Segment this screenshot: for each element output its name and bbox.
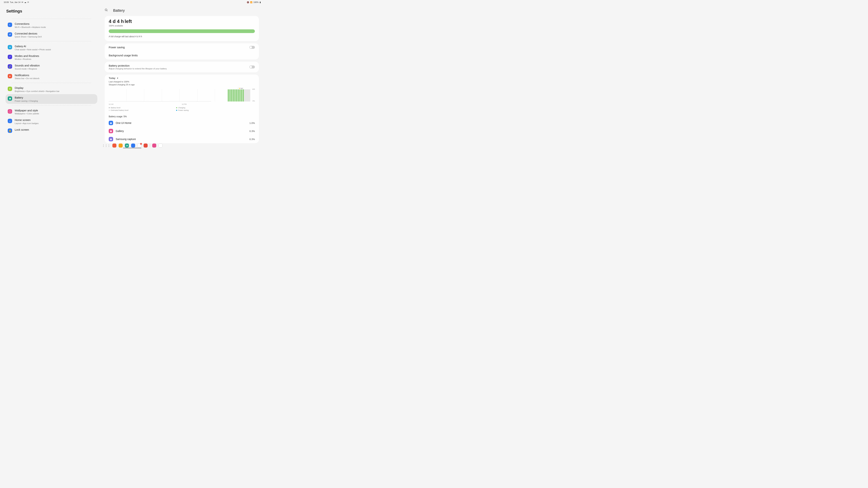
power-saving-label: Power saving: [109, 46, 125, 49]
taskbar-calendar-icon[interactable]: 14: [125, 143, 129, 148]
taskbar-asterisk-icon[interactable]: [152, 143, 156, 148]
status-bar: 10:09 Tue, Jan 14 ✉ ☁ ⟳ 🔇 📶 100% ▮: [0, 0, 265, 4]
status-battery-pct: 100%: [253, 1, 258, 3]
battery-usage-card: Today ▼ Last charged to 100% Stopped cha…: [105, 74, 259, 143]
sidebar-item-lock[interactable]: 🔒 Lock screen: [5, 126, 97, 135]
app-pct: 0.3%: [249, 138, 255, 140]
wifi-icon: 📶: [250, 1, 252, 3]
x-axis-12pm: 12 PM: [182, 103, 187, 105]
settings-title: Settings: [5, 6, 97, 17]
taskbar-sheets-icon[interactable]: [158, 143, 162, 148]
battery-chart[interactable]: ⚡100 100 0% 12 AM 12 PM: [109, 88, 255, 105]
taskbar: ⋮⋮⋮ 141: [102, 143, 162, 148]
home-indicator[interactable]: [123, 148, 142, 148]
app-name: One UI Home: [116, 122, 249, 124]
cloud-icon: ☁: [24, 1, 26, 3]
gmail-icon: ✉: [22, 1, 23, 3]
sidebar-item-label: Display: [15, 86, 60, 90]
usage-row-samsung-capture[interactable]: ▣ Samsung capture 0.3%: [105, 135, 259, 143]
svg-point-0: [105, 9, 107, 11]
sidebar-item-sub: Power saving • Charging: [15, 100, 38, 102]
sidebar-item-label: Sounds and vibration: [15, 64, 40, 68]
period-dropdown[interactable]: Today ▼: [105, 74, 259, 80]
full-charge-note: A full charge will last about 4 d 4 h: [109, 35, 255, 38]
sidebar-item-sounds[interactable]: 🔊 Sounds and vibration Sound mode • Ring…: [5, 62, 97, 72]
sidebar-item-wallpaper[interactable]: ▢ Wallpaper and style Wallpapers • Color…: [5, 107, 97, 117]
background-limits-row[interactable]: Background usage limits: [105, 52, 259, 60]
devices-icon: ⇄: [8, 32, 12, 37]
y-axis-100: 100: [252, 88, 255, 90]
sidebar-item-sub: Sound mode • Ringtone: [15, 68, 40, 70]
battery-summary-card: 4 d 4 h left 100% available A full charg…: [105, 16, 259, 41]
sidebar-item-sub: Quick Share • Samsung DeX: [15, 36, 42, 38]
usage-row-gallery[interactable]: ▣ Gallery 0.3%: [105, 127, 259, 135]
battery-icon: ◉: [8, 96, 12, 101]
period-label: Today: [109, 77, 115, 79]
sidebar-item-battery[interactable]: ◉ Battery Power saving • Charging: [5, 94, 97, 104]
status-time: 10:09: [4, 1, 9, 3]
chevron-down-icon: ▼: [117, 77, 118, 79]
sidebar-item-connections[interactable]: ᯤ Connections Wi-Fi • Bluetooth • Airpla…: [5, 20, 97, 30]
notification-badge: 1: [140, 143, 142, 145]
wall-icon: ▢: [8, 109, 12, 113]
sidebar-item-label: Wallpaper and style: [15, 109, 39, 112]
app-name: Gallery: [116, 130, 249, 132]
battery-protection-row[interactable]: Battery protection Adjust charging behav…: [105, 62, 259, 72]
power-saving-row[interactable]: Power saving: [105, 43, 259, 52]
app-drawer-icon[interactable]: ⋮⋮⋮: [102, 144, 110, 148]
notif-icon: ●: [8, 74, 12, 78]
sidebar-item-homescreen[interactable]: ⌂ Home screen Layout • App icon badges: [5, 117, 97, 126]
sidebar-item-notifications[interactable]: ● Notifications Status bar • Do not dist…: [5, 72, 97, 82]
sidebar-item-modes[interactable]: ✓ Modes and Routines Modes • Routines: [5, 53, 97, 62]
app-icon: ▣: [109, 137, 113, 141]
sidebar-item-sub: Chat assist • Note assist • Photo assist: [15, 48, 51, 51]
stopped-charging: Stopped charging 25 m ago: [105, 83, 259, 86]
app-pct: 0.3%: [249, 130, 255, 132]
taskbar-youtube-icon[interactable]: [144, 143, 148, 148]
sidebar-item-sub: Modes • Routines: [15, 58, 39, 60]
battery-protection-toggle[interactable]: [249, 66, 255, 68]
battery-available: 100% available: [109, 25, 255, 27]
search-icon[interactable]: [105, 8, 108, 13]
sidebar-item-sub: Layout • App icon badges: [15, 122, 38, 124]
sidebar-item-sub: Wi-Fi • Bluetooth • Airplane mode: [15, 26, 46, 28]
sidebar-item-label: Connections: [15, 22, 46, 26]
chart-legend: Battery level Estimated battery level Ch…: [105, 106, 259, 113]
mute-icon: 🔇: [247, 1, 249, 3]
charge-badge: ⚡100: [238, 88, 244, 90]
battery-page: Battery 4 d 4 h left 100% available A fu…: [103, 6, 259, 141]
background-limits-label: Background usage limits: [109, 54, 138, 57]
usage-row-one-ui-home[interactable]: ▣ One UI Home 1.0%: [105, 119, 259, 127]
settings-nav: Settings ᯤ Connections Wi-Fi • Bluetooth…: [5, 6, 103, 141]
sidebar-item-sub: Wallpapers • Color palette: [15, 112, 39, 115]
sidebar-item-label: Modes and Routines: [15, 54, 39, 58]
sidebar-item-label: Connected devices: [15, 32, 42, 36]
x-axis-12am: 12 AM: [109, 103, 114, 105]
sidebar-item-label: Notifications: [15, 74, 39, 77]
battery-protection-card: Battery protection Adjust charging behav…: [105, 62, 259, 72]
sidebar-item-connected[interactable]: ⇄ Connected devices Quick Share • Samsun…: [5, 30, 97, 40]
power-options-card: Power saving Background usage limits: [105, 43, 259, 60]
sidebar-item-sub: Status bar • Do not disturb: [15, 77, 39, 79]
battery-bar: [109, 29, 255, 33]
taskbar-messages-icon[interactable]: [131, 143, 135, 148]
sidebar-item-sub: Brightness • Eye comfort shield • Naviga…: [15, 90, 60, 92]
power-saving-toggle[interactable]: [249, 46, 255, 49]
sidebar-item-label: Galaxy AI: [15, 44, 51, 48]
battery-protection-label: Battery protection: [109, 64, 167, 67]
sidebar-item-galaxyai[interactable]: ✦ Galaxy AI Chat assist • Note assist • …: [5, 43, 97, 53]
time-left-value: 4 d 4 h: [109, 19, 124, 24]
battery-usage-label: Battery usage: 5%: [105, 113, 259, 119]
taskbar-notes-icon[interactable]: [113, 143, 117, 148]
display-icon: ☀: [8, 87, 12, 91]
lock-icon: 🔒: [8, 128, 12, 133]
taskbar-files-icon[interactable]: [119, 143, 123, 148]
sound-icon: 🔊: [8, 64, 12, 69]
status-date: Tue, Jan 14: [10, 1, 21, 3]
page-title: Battery: [113, 8, 125, 13]
battery-icon: ▮: [260, 1, 261, 3]
time-left-suffix: left: [125, 19, 132, 24]
sidebar-item-label: Home screen: [15, 118, 38, 122]
sidebar-item-display[interactable]: ☀ Display Brightness • Eye comfort shiel…: [5, 85, 97, 94]
sidebar-item-label: Lock screen: [15, 128, 29, 132]
